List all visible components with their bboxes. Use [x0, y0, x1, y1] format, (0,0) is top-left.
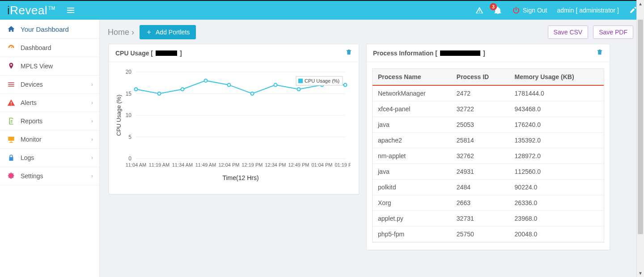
notifications-bell[interactable]: 3 — [493, 6, 502, 15]
process-info-panel: Process Information [ ] Process NameProc… — [366, 44, 610, 250]
power-icon — [512, 6, 520, 14]
sidebar-item-label: Alerts — [21, 99, 37, 106]
add-portlets-button[interactable]: Add Portlets — [140, 25, 196, 39]
table-cell: java — [373, 164, 451, 180]
svg-text:12:04 PM: 12:04 PM — [218, 162, 239, 168]
brand-logo: iRevealTM — [7, 4, 55, 17]
table-cell: 90224.0 — [509, 180, 604, 195]
alert-triangle-icon[interactable] — [475, 6, 483, 14]
sidebar-item-devices[interactable]: Devices› — [0, 76, 99, 94]
table-cell: 2472 — [451, 85, 509, 101]
brand-tm: TM — [48, 6, 55, 11]
table-cell: 32722 — [451, 101, 509, 117]
sidebar-item-label: Dashboard — [21, 44, 51, 51]
table-cell: 26336.0 — [509, 195, 604, 211]
sidebar-header[interactable]: Your Dashboard — [0, 20, 99, 39]
user-menu[interactable]: admin [ administrator ] — [557, 7, 619, 14]
save-csv-button[interactable]: Save CSV — [548, 25, 589, 39]
delete-proc-panel-button[interactable] — [596, 49, 603, 57]
column-header[interactable]: Memory Usage (KB) — [509, 69, 604, 85]
table-cell: 2663 — [451, 195, 509, 211]
svg-text:20: 20 — [126, 69, 132, 75]
sidebar-item-alerts[interactable]: Alerts› — [0, 94, 99, 112]
svg-point-20 — [135, 88, 138, 91]
table-cell: polkitd — [373, 180, 451, 195]
table-row: applet.py3273123968.0 — [373, 211, 604, 227]
scroll-up-arrow[interactable]: ▲ — [637, 0, 644, 8]
table-cell: 32762 — [451, 148, 509, 164]
scroll-down-arrow[interactable]: ▼ — [637, 269, 644, 277]
svg-text:5: 5 — [128, 134, 131, 140]
sidebar-item-reports[interactable]: Reports› — [0, 112, 99, 130]
toolbar: Home › Add Portlets Save CSV Save PDF — [100, 20, 644, 44]
scroll-thumb[interactable] — [638, 20, 643, 234]
redacted-host-2 — [440, 50, 480, 56]
svg-point-29 — [344, 84, 347, 87]
table-cell: 25750 — [451, 227, 509, 242]
chevron-right-icon: › — [91, 118, 93, 124]
report-icon — [7, 117, 15, 125]
sidebar-item-logs[interactable]: Logs› — [0, 149, 99, 167]
svg-text:0: 0 — [128, 155, 131, 162]
notification-badge: 3 — [490, 3, 497, 10]
table-cell: 112560.0 — [509, 164, 604, 180]
sidebar-item-mpls-view[interactable]: MPLS View — [0, 57, 99, 76]
alert-icon — [7, 99, 15, 107]
sign-out-link[interactable]: Sign Out — [512, 6, 547, 14]
svg-text:12:34 PM: 12:34 PM — [265, 162, 286, 168]
table-row: NetworkManager24721781444.0 — [373, 85, 604, 101]
table-row: nm-applet32762128972.0 — [373, 148, 604, 164]
cpu-line-chart: 0510152011:04 AM11:19 AM11:34 AM11:49 AM… — [114, 68, 351, 185]
dashboard-icon — [7, 44, 15, 52]
user-label: admin [ administrator ] — [557, 7, 619, 14]
table-cell: 128972.0 — [509, 148, 604, 164]
table-cell: apache2 — [373, 133, 451, 148]
table-cell: 176240.0 — [509, 117, 604, 133]
svg-text:11:34 AM: 11:34 AM — [172, 162, 193, 168]
table-cell: 23968.0 — [509, 211, 604, 227]
page-scrollbar[interactable]: ▲ ▼ — [636, 0, 644, 277]
table-cell: applet.py — [373, 211, 451, 227]
chevron-right-icon: › — [91, 81, 93, 88]
table-cell: 24931 — [451, 164, 509, 180]
process-table-body: NetworkManager24721781444.0xfce4-panel32… — [373, 85, 604, 242]
delete-cpu-panel-button[interactable] — [345, 49, 352, 57]
main-area: Home › Add Portlets Save CSV Save PDF CP… — [100, 20, 644, 277]
save-pdf-button[interactable]: Save PDF — [593, 25, 633, 39]
content-row: CPU Usage [ ] 0510152011:04 AM11:19 AM11… — [100, 44, 644, 259]
svg-text:15: 15 — [126, 91, 132, 97]
breadcrumb[interactable]: Home › — [108, 28, 134, 37]
table-row: xfce4-panel32722943468.0 — [373, 101, 604, 117]
sidebar-item-monitor[interactable]: Monitor› — [0, 130, 99, 149]
topbar: iRevealTM 3 Sign Out admin [ administrat… — [0, 0, 644, 20]
table-cell: nm-applet — [373, 148, 451, 164]
table-row: apache225814135392.0 — [373, 133, 604, 148]
table-cell: xfce4-panel — [373, 101, 451, 117]
svg-text:CPU Usage (%): CPU Usage (%) — [305, 78, 339, 84]
sidebar-item-label: Logs — [21, 154, 34, 161]
sidebar-item-dashboard[interactable]: Dashboard — [0, 39, 99, 57]
table-cell: 25053 — [451, 117, 509, 133]
menu-toggle-icon[interactable] — [67, 8, 74, 13]
chevron-right-icon: › — [91, 100, 93, 106]
devices-icon — [7, 80, 15, 88]
svg-text:11:49 AM: 11:49 AM — [195, 162, 216, 168]
column-header[interactable]: Process ID — [451, 69, 509, 85]
svg-point-24 — [228, 84, 231, 87]
table-cell: 1781444.0 — [509, 85, 604, 101]
table-row: Xorg266326336.0 — [373, 195, 604, 211]
sidebar-item-label: Devices — [21, 81, 43, 88]
svg-point-23 — [204, 79, 208, 82]
gear-icon — [7, 172, 15, 180]
svg-point-22 — [181, 88, 184, 91]
table-row: java25053176240.0 — [373, 117, 604, 133]
edit-pencil-icon[interactable] — [629, 6, 637, 14]
trash-icon — [596, 49, 603, 56]
chevron-right-icon: › — [91, 136, 93, 143]
sidebar-item-settings[interactable]: Settings› — [0, 167, 99, 185]
svg-text:12:49 PM: 12:49 PM — [288, 162, 309, 168]
table-row: php5-fpm2575020048.0 — [373, 227, 604, 242]
column-header[interactable]: Process Name — [373, 69, 451, 85]
svg-text:01:04 PM: 01:04 PM — [311, 162, 332, 168]
plus-icon — [146, 29, 152, 35]
